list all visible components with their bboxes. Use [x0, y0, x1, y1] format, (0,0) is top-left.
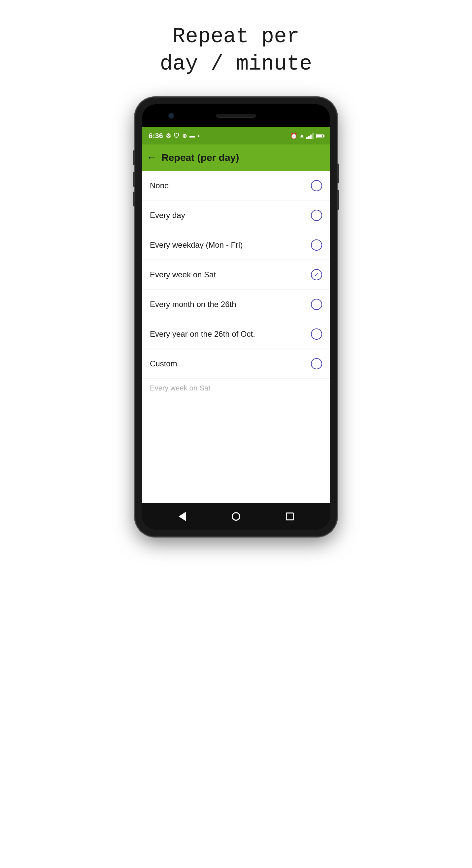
speaker-grille — [216, 114, 256, 118]
summary-text: Every week on Sat — [142, 379, 330, 398]
list-item[interactable]: Every month on the 26th — [142, 289, 330, 319]
phone-top-bar — [142, 104, 330, 127]
item-every-month-label: Every month on the 26th — [150, 300, 236, 309]
status-right: ⏰ ▲ — [290, 132, 323, 140]
list-item[interactable]: Custom — [142, 349, 330, 379]
item-every-week-sat-radio[interactable] — [311, 269, 322, 280]
page-title: Repeat per day / minute — [160, 23, 312, 78]
item-every-month-radio[interactable] — [311, 299, 322, 310]
card-icon: ▬ — [189, 133, 195, 139]
bottom-nav — [142, 503, 330, 530]
at-icon: ⊕ — [182, 132, 187, 140]
item-every-weekday-label: Every weekday (Mon - Fri) — [150, 240, 243, 250]
gear-icon: ⚙ — [166, 132, 171, 140]
alarm-icon: ⏰ — [290, 132, 297, 140]
status-bar: 6:36 ⚙ 🛡 ⊕ ▬ ● ⏰ ▲ — [142, 127, 330, 145]
recents-square-icon — [286, 513, 294, 520]
item-every-day-radio[interactable] — [311, 210, 322, 221]
phone-frame: 6:36 ⚙ 🛡 ⊕ ▬ ● ⏰ ▲ — [135, 98, 337, 536]
item-every-day-label: Every day — [150, 211, 185, 220]
list-item[interactable]: Every year on the 26th of Oct. — [142, 319, 330, 349]
shield-icon: 🛡 — [174, 132, 180, 140]
item-none-label: None — [150, 181, 169, 190]
nav-recents-button[interactable] — [282, 508, 298, 525]
list-item[interactable]: None — [142, 171, 330, 200]
item-every-week-sat-label: Every week on Sat — [150, 270, 216, 279]
nav-back-button[interactable] — [174, 508, 190, 525]
item-custom-radio[interactable] — [311, 358, 322, 369]
item-every-year-label: Every year on the 26th of Oct. — [150, 330, 255, 339]
battery-icon — [316, 134, 323, 138]
app-bar: ← Repeat (per day) — [142, 145, 330, 171]
back-triangle-icon — [179, 512, 186, 521]
app-bar-title: Repeat (per day) — [161, 152, 239, 163]
item-none-radio[interactable] — [311, 180, 322, 191]
list-item[interactable]: Every weekday (Mon - Fri) — [142, 230, 330, 260]
nav-home-button[interactable] — [228, 508, 244, 525]
list-item[interactable]: Every week on Sat — [142, 260, 330, 289]
front-camera — [168, 113, 174, 119]
item-every-year-radio[interactable] — [311, 329, 322, 340]
back-button[interactable]: ← — [149, 152, 155, 164]
item-custom-label: Custom — [150, 359, 177, 368]
list-item[interactable]: Every day — [142, 200, 330, 230]
home-circle-icon — [232, 512, 240, 521]
dot-icon: ● — [197, 133, 200, 138]
status-left: 6:36 ⚙ 🛡 ⊕ ▬ ● — [149, 132, 200, 140]
content-area: None Every day Every weekday (Mon - Fri)… — [142, 171, 330, 503]
status-time: 6:36 — [149, 132, 163, 140]
phone-screen: 6:36 ⚙ 🛡 ⊕ ▬ ● ⏰ ▲ — [142, 104, 330, 530]
signal-icon — [306, 133, 314, 139]
wifi-icon: ▲ — [300, 132, 304, 139]
empty-space — [142, 398, 330, 503]
item-every-weekday-radio[interactable] — [311, 240, 322, 251]
